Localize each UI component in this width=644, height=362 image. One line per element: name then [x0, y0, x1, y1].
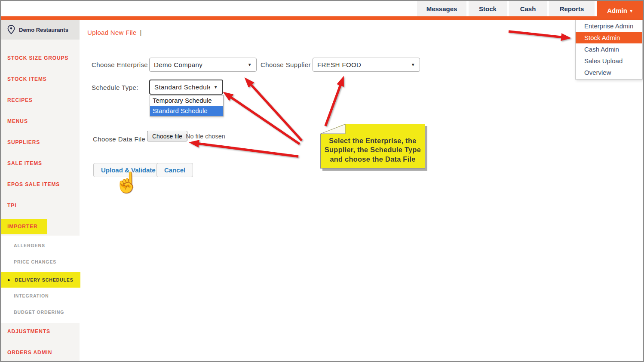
- choose-supplier-label: Choose Supplier: [261, 61, 311, 68]
- arrow-to-supplier-select: [325, 79, 343, 126]
- nav-tab-label: Stock: [479, 5, 497, 12]
- note-line: and choose the Data File: [320, 155, 425, 164]
- cancel-button[interactable]: Cancel: [156, 163, 193, 177]
- header-accent-bar: [1, 16, 643, 20]
- menu-item-enterprise-admin[interactable]: Enterprise Admin: [576, 20, 642, 32]
- nav-tab-label: Reports: [560, 5, 584, 12]
- sidebar-subitem-price-changes[interactable]: PRICE CHANGES: [1, 254, 56, 270]
- hand-cursor-icon: ☝: [114, 171, 139, 194]
- arrow-to-choose-file: [192, 143, 298, 156]
- sidebar-item-tpi[interactable]: TPI: [1, 198, 16, 213]
- menu-item-sales-upload[interactable]: Sales Upload: [576, 55, 642, 67]
- select-caret-icon: ▼: [214, 85, 218, 89]
- nav-tab-label: Cash: [520, 5, 536, 12]
- menu-item-cash-admin[interactable]: Cash Admin: [576, 43, 642, 55]
- enterprise-select-value: Demo Company: [154, 61, 244, 68]
- nav-tab-reports[interactable]: Reports: [549, 1, 595, 16]
- note-line: Supplier, the Schedule Type: [320, 145, 425, 154]
- breadcrumb-separator: |: [140, 29, 142, 36]
- nav-tab-label: Admin: [607, 7, 627, 14]
- breadcrumb: Upload New File|: [87, 29, 142, 36]
- sidebar-subitem-budget-ordering[interactable]: BUDGET ORDERING: [1, 304, 64, 320]
- schedule-options-list: Temporary Schedule Standard Schedule: [150, 95, 224, 117]
- menu-item-overview[interactable]: Overview: [576, 67, 642, 78]
- sidebar-item-stock-size-groups[interactable]: STOCK SIZE GROUPS: [1, 50, 68, 66]
- enterprise-select[interactable]: Demo Company ▼: [149, 58, 257, 72]
- caret-down-icon: ▾: [630, 9, 632, 13]
- sidebar-subitem-delivery-schedules[interactable]: ►DELIVERY SCHEDULES: [1, 272, 80, 288]
- menu-item-stock-admin[interactable]: Stock Admin: [576, 32, 642, 43]
- schedule-type-label: Schedule Type:: [92, 84, 138, 91]
- choose-file-button[interactable]: Choose file: [147, 131, 187, 141]
- sidebar: Demo Restaurants STOCK SIZE GROUPS STOCK…: [1, 20, 80, 361]
- nav-tab-cash[interactable]: Cash: [509, 1, 547, 16]
- option-standard-schedule[interactable]: Standard Schedule: [150, 106, 223, 116]
- sidebar-subitem-allergens[interactable]: ALLERGENS: [1, 238, 45, 253]
- option-temporary-schedule[interactable]: Temporary Schedule: [150, 95, 223, 106]
- note-text: Select the Enterprise, the Supplier, the…: [320, 124, 425, 169]
- location-header[interactable]: Demo Restaurants: [1, 20, 80, 40]
- arrow-to-enterprise-select: [247, 80, 302, 141]
- sidebar-item-recipes[interactable]: RECIPES: [1, 92, 33, 108]
- sidebar-item-menus[interactable]: MENUS: [1, 114, 28, 129]
- nav-tab-stock[interactable]: Stock: [469, 1, 507, 16]
- sidebar-item-epos-sale-items[interactable]: EPOS SALE ITEMS: [1, 177, 60, 192]
- sidebar-item-adjustments[interactable]: ADJUSTMENTS: [1, 324, 50, 339]
- supplier-select-value: FRESH FOOD: [317, 61, 408, 68]
- expanded-triangle-icon: ►: [7, 278, 12, 282]
- schedule-type-select[interactable]: Standard Schedule ▼: [149, 80, 223, 95]
- arrow-to-schedule-select: [226, 94, 300, 144]
- nav-tab-label: Messages: [426, 5, 457, 12]
- upload-new-file-link[interactable]: Upload New File: [87, 29, 137, 36]
- note-line: Select the Enterprise, the: [320, 136, 425, 145]
- nav-tab-messages[interactable]: Messages: [417, 1, 466, 16]
- annotation-arrows: [1, 1, 643, 361]
- admin-dropdown-menu: Enterprise Admin Stock Admin Cash Admin …: [575, 20, 643, 80]
- arrow-to-stock-admin: [509, 31, 568, 38]
- top-header: Messages Stock Cash Reports Admin ▾: [1, 1, 643, 16]
- choose-data-file-label: Choose Data File: [93, 135, 145, 143]
- sidebar-item-suppliers[interactable]: SUPPLIERS: [1, 135, 40, 150]
- sidebar-item-orders-admin[interactable]: ORDERS ADMIN: [1, 345, 52, 360]
- app-window: Messages Stock Cash Reports Admin ▾ Demo…: [0, 0, 644, 362]
- sidebar-item-importer[interactable]: IMPORTER: [1, 219, 47, 234]
- select-caret-icon: ▼: [411, 62, 415, 67]
- sidebar-subitem-integration[interactable]: INTEGRATION: [1, 288, 49, 304]
- sidebar-item-sale-items[interactable]: SALE ITEMS: [1, 156, 42, 171]
- location-label: Demo Restaurants: [19, 27, 68, 33]
- primary-nav: Messages Stock Cash Reports Admin ▾: [417, 1, 643, 16]
- annotation-note: Select the Enterprise, the Supplier, the…: [320, 124, 425, 169]
- file-status-text: No file chosen: [186, 133, 225, 140]
- sidebar-item-stock-items[interactable]: STOCK ITEMS: [1, 71, 47, 87]
- sidebar-subitem-label: DELIVERY SCHEDULES: [15, 277, 74, 282]
- schedule-select-value: Standard Schedule: [154, 83, 210, 91]
- location-pin-icon: [7, 25, 15, 34]
- choose-enterprise-label: Choose Enterprise: [92, 61, 148, 68]
- supplier-select[interactable]: FRESH FOOD ▼: [313, 58, 420, 72]
- select-caret-icon: ▼: [248, 62, 252, 67]
